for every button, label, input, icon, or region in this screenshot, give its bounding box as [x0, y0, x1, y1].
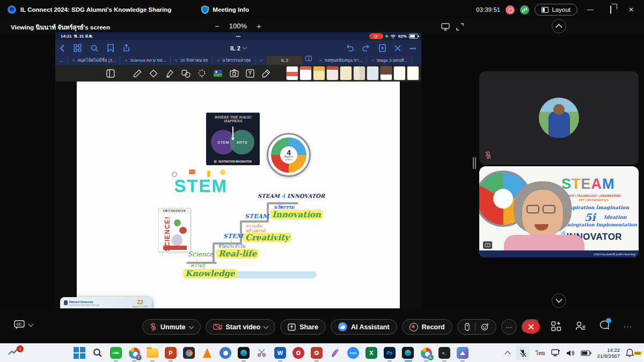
- camera-tool-icon[interactable]: [226, 69, 242, 77]
- page-thumbnail[interactable]: [313, 66, 325, 80]
- apps-button[interactable]: [551, 321, 561, 331]
- layout-button[interactable]: Layout: [535, 4, 577, 16]
- presenter-pip-video[interactable]: Mahidol UniversityInstitute for Innovati…: [60, 297, 152, 308]
- minimize-button[interactable]: —: [583, 6, 598, 13]
- recording-indicator-icon[interactable]: [506, 5, 515, 14]
- start-button[interactable]: [73, 346, 86, 360]
- page-thumbnail[interactable]: [326, 66, 339, 80]
- taskbar-photos[interactable]: [456, 346, 469, 360]
- participant-video-1[interactable]: [479, 71, 639, 165]
- taskbar-word[interactable]: W: [274, 346, 287, 360]
- battery-icon[interactable]: [581, 350, 591, 356]
- start-video-button[interactable]: Start video: [206, 319, 276, 335]
- meeting-info-button[interactable]: Meeting Info: [213, 6, 249, 13]
- taskbar-webex[interactable]: [237, 346, 250, 360]
- ai-assistant-button[interactable]: AI Assistant: [331, 319, 397, 335]
- tab-notebook-7[interactable]: ×Stage 3 แผนพั...: [367, 56, 412, 65]
- taskbar-vlc[interactable]: [201, 346, 214, 360]
- close-document-icon[interactable]: [394, 45, 401, 51]
- more-options-icon[interactable]: •••: [409, 45, 416, 51]
- notifications-bell-icon[interactable]: [626, 349, 634, 357]
- unmute-button[interactable]: Unmute: [142, 319, 201, 335]
- redo-icon[interactable]: [362, 45, 370, 51]
- add-page-icon[interactable]: [379, 44, 386, 52]
- widgets-button[interactable]: 1: [8, 347, 23, 360]
- leave-meeting-button[interactable]: [522, 319, 541, 335]
- connection-quality-icon[interactable]: [520, 5, 529, 14]
- note-canvas[interactable]: WHERE THE MAGIC HAPPENS STEM ARTS DESTIN…: [55, 82, 421, 308]
- restore-button[interactable]: [603, 6, 618, 13]
- tab-notebook-2[interactable]: ×Science Art ม ขอ...: [120, 56, 171, 65]
- page-thumbnail[interactable]: [353, 66, 365, 80]
- taskbar-photoshop[interactable]: Ps: [383, 346, 396, 360]
- page-thumbnail-strip[interactable]: [286, 66, 419, 80]
- participant-video-2[interactable]: STEAM SCIENCE | TECHNOLOGY | ENGINEERING…: [479, 166, 639, 257]
- more-options-button[interactable]: ···: [624, 322, 632, 330]
- panel-drag-handle[interactable]: [473, 157, 474, 169]
- pen-tool-icon[interactable]: [129, 69, 145, 78]
- shapes-tool-icon[interactable]: [178, 69, 194, 78]
- lasso-tool-icon[interactable]: [194, 69, 210, 78]
- remote-and-reactions-control[interactable]: [457, 319, 496, 335]
- taskbar-zoom[interactable]: zoom: [347, 346, 360, 360]
- tray-clock[interactable]: 14:2221/8/2567: [597, 347, 620, 359]
- tab-notebook-6[interactable]: ×ขอทุนสนับสนุน จา...: [315, 56, 367, 65]
- share-button[interactable]: Share: [280, 319, 326, 335]
- tab-notebook-4[interactable]: ×นวัตกรรมล่าสุด: [213, 56, 255, 65]
- taskbar-paint-app[interactable]: [219, 346, 232, 360]
- highlighter-tool-icon[interactable]: [162, 69, 178, 78]
- zoom-in-button[interactable]: +: [257, 21, 261, 31]
- scroll-participants-down-button[interactable]: [552, 293, 566, 308]
- captions-control[interactable]: CC: [14, 320, 33, 329]
- more-controls-button[interactable]: ···: [501, 319, 517, 335]
- text-tool-icon[interactable]: [242, 69, 258, 78]
- taskbar-terminal[interactable]: >_: [438, 346, 451, 360]
- fullscreen-icon[interactable]: [456, 23, 464, 31]
- page-thumbnail[interactable]: [380, 66, 392, 80]
- taskbar-recorder-1[interactable]: [292, 346, 305, 360]
- taskbar-feather-app[interactable]: [328, 346, 341, 360]
- note-page[interactable]: WHERE THE MAGIC HAPPENS STEM ARTS DESTIN…: [77, 82, 400, 308]
- page-thumbnail[interactable]: [299, 66, 312, 80]
- page-thumbnail[interactable]: [367, 66, 379, 80]
- insert-image-tool-icon[interactable]: [210, 70, 226, 77]
- taskbar-snipping-tool[interactable]: [255, 346, 268, 360]
- copilot-pre-badge: PRE: [634, 351, 642, 355]
- page-thumbnail[interactable]: [407, 66, 419, 80]
- tab-notebook-1[interactable]: ×สมุดโน้ตไม่มีชื่อ (3...: [68, 56, 121, 65]
- participants-button[interactable]: [575, 321, 586, 331]
- taskbar-chrome-2[interactable]: IL: [420, 346, 433, 360]
- tray-mic-muted[interactable]: [516, 346, 530, 360]
- tape-tool-icon[interactable]: [258, 69, 274, 78]
- split-view-icon[interactable]: [305, 56, 312, 61]
- tab-notebook-3[interactable]: ×20 สิงหาคม 65: [171, 56, 213, 65]
- speaker-icon[interactable]: [566, 350, 575, 357]
- taskbar-chrome[interactable]: T: [128, 346, 141, 360]
- taskbar-file-explorer[interactable]: [146, 346, 159, 360]
- sidebar-toggle-icon[interactable]: [103, 69, 119, 78]
- undo-icon[interactable]: [346, 45, 354, 51]
- tab-notebook-5[interactable]: ×: [255, 56, 267, 65]
- taskbar-adobe-cc[interactable]: [182, 346, 195, 360]
- view-on-device-icon[interactable]: [441, 23, 450, 31]
- tab-active-il2[interactable]: IL 2: [267, 56, 302, 65]
- page-thumbnail[interactable]: [340, 66, 352, 80]
- close-button[interactable]: ✕: [624, 6, 639, 13]
- collapse-panel-button[interactable]: [552, 19, 566, 33]
- taskbar-search[interactable]: [91, 346, 104, 360]
- tray-overflow-chevron[interactable]: [505, 351, 511, 357]
- tab-overflow[interactable]: ...: [55, 56, 68, 65]
- eraser-tool-icon[interactable]: [145, 69, 162, 78]
- record-button[interactable]: Record: [402, 319, 452, 335]
- taskbar-powerpoint[interactable]: P: [164, 346, 177, 360]
- page-thumbnail[interactable]: [286, 66, 298, 80]
- taskbar-webex-active[interactable]: [401, 346, 414, 360]
- chat-button[interactable]: [599, 320, 610, 332]
- taskbar-excel[interactable]: X: [365, 346, 378, 360]
- language-indicator[interactable]: ไทย: [536, 349, 545, 357]
- taskbar-recorder-2[interactable]: [310, 346, 323, 360]
- zoom-out-button[interactable]: −: [215, 21, 219, 31]
- page-thumbnail[interactable]: [393, 66, 406, 80]
- taskbar-line[interactable]: LINE: [109, 346, 122, 360]
- cast-device-icon[interactable]: [551, 349, 560, 357]
